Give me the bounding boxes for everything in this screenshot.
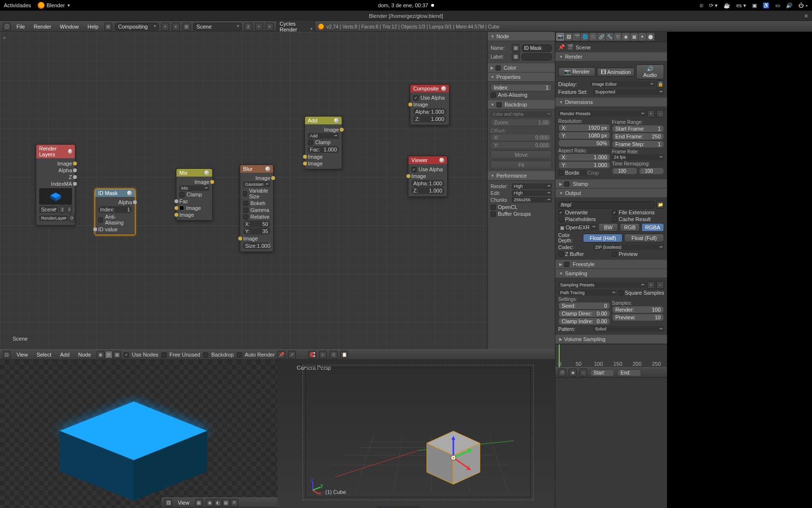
paste-icon[interactable]: 📋 [340,351,348,359]
scene-del-icon[interactable]: × [266,23,274,30]
size-field[interactable]: Size:1.000 [243,242,270,249]
socket-image1[interactable]: Image [179,205,209,211]
node-header[interactable]: Mix [176,169,212,177]
editor-type-icon[interactable]: 🖼 [164,499,172,507]
pattern-dropdown[interactable]: Sobol [593,326,664,332]
tab-material-icon[interactable]: ◉ [622,33,630,41]
mode-select[interactable]: 👤 Object Mode [377,507,420,508]
editor-type-icon[interactable]: ⓘ [3,23,11,30]
anti-aliasing-checkbox[interactable]: Anti-Aliasing [491,91,552,98]
menu-file[interactable]: File [14,23,28,30]
timeline[interactable]: 0 50 100 150 200 250 ⏱ ◆ ↔ Start: End: [555,344,667,378]
blend-mode[interactable]: Mix [179,185,209,191]
close-icon[interactable]: × [804,12,808,20]
pin-icon[interactable]: 📌 [277,351,285,359]
node-header[interactable]: Blur [240,165,273,173]
tab-particles-icon[interactable]: ✦ [638,33,646,41]
section-stamp[interactable]: Stamp [555,179,667,189]
remove-preset-icon[interactable]: − [656,110,664,118]
zbuffer-checkbox[interactable] [558,252,564,257]
aspect-x-field[interactable]: X:1.000 [558,153,610,161]
channel-alpha-icon[interactable]: ◐ [214,499,222,507]
datablock-icon[interactable]: ▦ [512,44,520,52]
layout-browse-icon[interactable]: ⊞ [104,23,112,30]
z-field[interactable]: Z:1.000 [413,116,446,122]
node-mix[interactable]: Mix Image Mix Clamp Fac Image Image [176,168,213,221]
display-icon[interactable]: ⎚ [700,2,703,8]
cache-result-checkbox[interactable] [612,217,617,222]
users-btn[interactable]: 2 [59,206,65,213]
alpha-field[interactable]: Alpha:1.000 [411,180,444,187]
rgba-button[interactable]: RGBA [641,223,664,232]
power-icon[interactable]: ⏻ ▾ [798,2,808,8]
tab-object-icon[interactable]: □ [589,33,597,41]
tab-modifiers-icon[interactable]: 🔧 [606,33,613,41]
layer-select[interactable]: RenderLayer [39,215,68,221]
node-header[interactable]: Render Layers [36,145,75,158]
tab-data-icon[interactable]: ▽ [614,33,622,41]
add-preset-icon[interactable]: + [647,281,655,289]
socket-image-out[interactable]: Image [243,175,270,181]
clamp-checkbox[interactable]: Clamp [308,139,339,146]
index-field[interactable]: Index:1 [98,206,132,213]
collapse-icon[interactable] [265,166,270,171]
use-alpha-checkbox[interactable]: Use Alpha [411,166,444,173]
border-checkbox[interactable] [558,170,564,176]
refresh-icon[interactable]: ⟳ [70,214,74,222]
channel-color-icon[interactable]: ◉ [206,499,214,507]
activities-button[interactable]: Actividades [4,2,31,8]
image-view[interactable] [0,360,277,508]
section-dimensions[interactable]: Dimensions [555,98,667,107]
channel-z-icon[interactable]: ▦ [222,499,230,507]
buffer-groups-checkbox[interactable]: Buffer Groups [491,210,552,217]
socket-alpha[interactable]: Alpha [39,167,72,174]
relative-checkbox[interactable]: Relative [243,213,270,220]
section-render[interactable]: Render [555,52,667,61]
remove-preset-icon[interactable]: − [656,281,664,289]
output-path-field[interactable]: /tmp/ [558,201,655,209]
socket-image[interactable]: Image [39,160,72,167]
gamma-checkbox[interactable]: Gamma [243,207,270,213]
channel-r-icon[interactable]: R [231,499,238,507]
socket-image1[interactable]: Image [308,153,339,160]
language-indicator[interactable]: es ▾ [736,2,746,9]
sampling-presets[interactable]: Sampling Presets [558,282,646,288]
float-full-button[interactable]: Float (Full) [624,234,664,242]
opencl-checkbox[interactable]: OpenCL [491,204,552,210]
collapse-icon[interactable] [439,158,444,163]
volume-icon[interactable]: 🔊 [786,2,793,9]
workspace-icon[interactable]: ▣ [752,2,757,9]
snap-type-icon[interactable]: ⊹ [319,351,327,359]
aspect-y-field[interactable]: Y:1.000 [558,161,610,169]
collapse-icon[interactable] [127,191,132,195]
remap-new-field[interactable]: : 100 [639,167,665,175]
preview-checkbox[interactable] [612,252,617,257]
index-field[interactable]: Index:1 [491,84,552,91]
scene-select[interactable]: Scene [39,206,58,213]
scene-users[interactable]: 2 [245,23,252,30]
menu-help[interactable]: Help [85,23,102,30]
socket-z[interactable]: Z [39,174,72,180]
end-field[interactable]: End: [617,369,641,376]
filter-type[interactable]: Gaussian [243,181,270,187]
start-field[interactable]: Start: [590,369,614,376]
lock-icon[interactable]: 🔒 [656,80,664,88]
panel-color[interactable]: Color [488,63,555,73]
collapse-icon[interactable] [68,149,72,154]
socket-image[interactable]: Image [411,173,444,179]
network-icon[interactable]: ▭ [775,2,780,9]
panel-backdrop[interactable]: Backdrop [488,100,555,109]
tab-render-icon[interactable]: 📷 [556,33,564,41]
res-percent-field[interactable]: 50% [558,139,610,147]
edit-quality[interactable]: High [512,190,552,196]
socket-alpha-out[interactable]: Alpha [98,199,132,206]
panel-properties[interactable]: Properties [488,73,555,82]
collapse-icon[interactable] [334,118,339,123]
editor-type-icon[interactable]: ⊡ [3,351,11,359]
rgb-button[interactable]: RGB [620,223,640,232]
layout-add-icon[interactable]: + [161,23,169,30]
tab-texture-icon[interactable]: ▦ [630,33,638,41]
render-samples-field[interactable]: Render:100 [612,306,664,314]
socket-fac[interactable]: Fac [179,198,209,205]
x-field[interactable]: X:50 [243,221,270,227]
